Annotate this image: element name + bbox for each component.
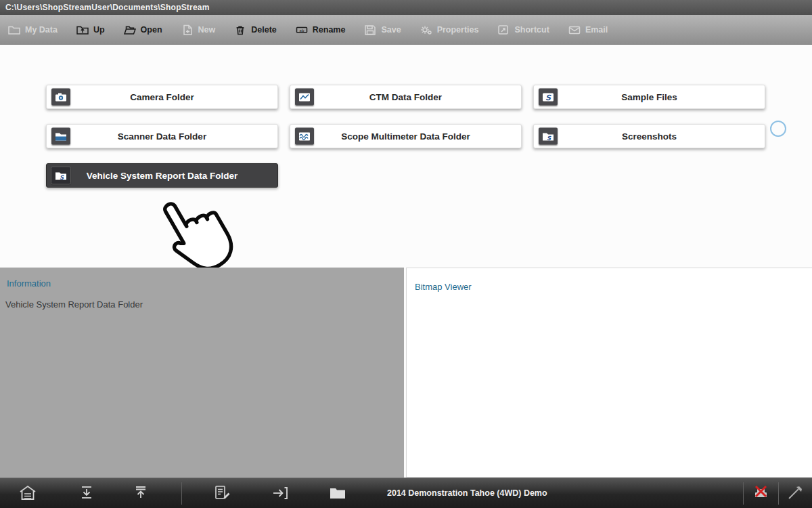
toolbar-label: Rename — [313, 25, 346, 35]
shortcut-icon — [497, 24, 510, 35]
home-garage-icon[interactable] — [19, 485, 37, 504]
folder-button-label: Screenshots — [622, 131, 677, 142]
toolbar-label: Shortcut — [514, 25, 549, 35]
open-folder-icon — [124, 24, 136, 35]
folder-button-scope-multimeter[interactable]: Scope Multimeter Data Folder — [290, 124, 522, 148]
path-bar: C:\Users\ShopStreamUser\Documents\ShopSt… — [0, 0, 812, 15]
bitmap-viewer-panel: Bitmap Viewer — [406, 268, 812, 478]
annotation-circle — [770, 121, 786, 137]
toolbar-label: New — [198, 25, 216, 35]
bottom-bar-separator — [181, 482, 182, 505]
folder-button-label: CTM Data Folder — [369, 92, 442, 102]
toolbar-delete-button[interactable]: Delete — [234, 24, 277, 35]
folder-button-label: Camera Folder — [130, 92, 194, 102]
toolbar-properties-button[interactable]: Properties — [420, 24, 479, 35]
connection-probe-icon[interactable] — [786, 485, 804, 504]
toolbar-label: Up — [93, 25, 105, 35]
properties-gear-icon — [420, 24, 432, 35]
folder-button-vehicle-system-report[interactable]: S Vehicle System Report Data Folder — [46, 163, 278, 188]
collapse-up-icon[interactable] — [133, 485, 149, 504]
folder-button-label: Scope Multimeter Data Folder — [341, 131, 470, 142]
bottom-toolbar: 2014 Demonstration Tahoe (4WD) Demo — [0, 478, 812, 508]
delete-trash-icon — [234, 24, 246, 35]
information-panel-title: Information — [0, 268, 404, 289]
folder-grid: Camera Folder CTM Data Folder S Sample F… — [46, 85, 765, 188]
information-panel-text: Vehicle System Report Data Folder — [0, 289, 404, 310]
folder-button-sample-files[interactable]: S Sample Files — [533, 85, 765, 109]
folder-button-label: Sample Files — [621, 92, 677, 102]
folder-icon — [51, 128, 70, 145]
s-folder-icon: S — [539, 128, 558, 145]
svg-text:S: S — [60, 173, 64, 180]
toolbar-label: Open — [141, 25, 162, 35]
collapse-down-icon[interactable] — [78, 485, 95, 504]
rename-icon: ab — [296, 24, 308, 35]
information-panel: Information Vehicle System Report Data F… — [0, 268, 404, 478]
waveform-icon — [295, 128, 314, 145]
s-logo-icon: S — [539, 89, 558, 106]
toolbar-my-data-button[interactable]: My Data — [8, 24, 58, 35]
toolbar-up-button[interactable]: Up — [76, 24, 105, 35]
email-icon — [568, 24, 581, 35]
svg-text:S: S — [545, 93, 551, 102]
folder-button-screenshots[interactable]: S Screenshots — [533, 124, 765, 148]
bottom-bar-separator — [778, 482, 779, 505]
folder-button-camera[interactable]: Camera Folder — [46, 85, 278, 109]
toolbar-label: Properties — [437, 25, 479, 35]
bottom-bar-separator — [743, 482, 744, 505]
toolbar-email-button[interactable]: Email — [568, 24, 608, 35]
current-path: C:\Users\ShopStreamUser\Documents\ShopSt… — [5, 3, 210, 12]
toolbar-save-button[interactable]: Save — [364, 24, 401, 35]
folder-button-scanner-data[interactable]: Scanner Data Folder — [46, 124, 278, 148]
my-data-folder-icon — [8, 24, 20, 35]
svg-text:S: S — [547, 134, 551, 141]
up-folder-icon — [76, 24, 89, 35]
toolbar-rename-button[interactable]: ab Rename — [296, 24, 346, 35]
printer-error-icon[interactable] — [751, 485, 770, 504]
folder-browser-area: Camera Folder CTM Data Folder S Sample F… — [0, 45, 812, 268]
edit-report-icon[interactable] — [214, 485, 231, 504]
toolbar-new-button[interactable]: New — [181, 24, 216, 35]
new-item-icon — [181, 24, 194, 35]
folder-button-ctm-data[interactable]: CTM Data Folder — [290, 85, 522, 109]
save-floppy-icon — [364, 24, 376, 35]
toolbar-label: My Data — [25, 25, 58, 35]
chart-icon — [295, 89, 314, 106]
toolbar: My Data Up Open New Delete ab Rename — [0, 15, 812, 45]
toolbar-label: Email — [585, 25, 608, 35]
svg-text:ab: ab — [299, 28, 304, 32]
toolbar-label: Delete — [251, 25, 277, 35]
exit-arrow-icon[interactable] — [271, 485, 289, 504]
camera-icon — [51, 89, 70, 106]
folder-button-label: Scanner Data Folder — [118, 131, 206, 142]
toolbar-label: Save — [381, 25, 401, 35]
toolbar-open-button[interactable]: Open — [124, 24, 162, 35]
toolbar-shortcut-button[interactable]: Shortcut — [497, 24, 549, 35]
bitmap-viewer-title: Bitmap Viewer — [407, 268, 812, 292]
s-folder-icon: S — [51, 167, 70, 184]
data-manager-folder-icon[interactable] — [329, 485, 346, 504]
active-vehicle-label[interactable]: 2014 Demonstration Tahoe (4WD) Demo — [387, 478, 547, 508]
